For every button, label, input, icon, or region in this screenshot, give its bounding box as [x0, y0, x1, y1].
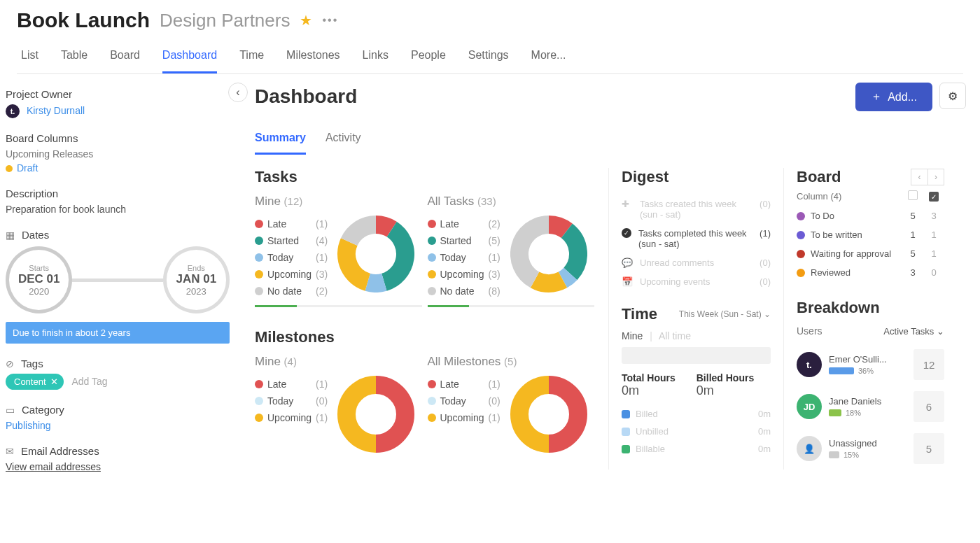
legend-dot-icon	[255, 380, 263, 388]
nav-tab-table[interactable]: Table	[61, 43, 88, 73]
nav-tab-list[interactable]: List	[21, 43, 38, 73]
digest-title: Digest	[622, 168, 771, 186]
legend-square-icon	[622, 445, 630, 453]
category-label: Category	[22, 404, 64, 416]
sidebar: Project Owner t. Kirsty Durnall Board Co…	[0, 74, 238, 543]
nav-tab-board[interactable]: Board	[110, 43, 140, 73]
star-icon[interactable]: ★	[300, 12, 312, 29]
legend-dot-icon	[255, 287, 263, 295]
board-status[interactable]: Draft	[17, 162, 38, 174]
legend-square-icon	[622, 428, 630, 436]
legend-count: (3)	[489, 269, 500, 280]
nav-tab-dashboard[interactable]: Dashboard	[162, 43, 217, 73]
category-link[interactable]: Publishing	[6, 420, 230, 431]
breakdown-row[interactable]: JD Jane Daniels 18% 6	[797, 386, 944, 428]
subtab-summary[interactable]: Summary	[255, 127, 306, 155]
legend-count: (0)	[489, 395, 500, 407]
nav-tab-links[interactable]: Links	[363, 43, 388, 73]
legend-count: (4)	[316, 235, 328, 246]
nav-tabs: ListTableBoardDashboardTimeMilestonesLin…	[17, 43, 963, 74]
legend-row: Started (5)	[428, 232, 500, 249]
legend-dot-icon	[428, 414, 436, 422]
board-row[interactable]: Waiting for approval 5 1	[797, 244, 944, 263]
owner-name[interactable]: Kirsty Durnall	[27, 105, 85, 116]
legend-dot-icon	[428, 237, 436, 245]
digest-item[interactable]: 📅Upcoming events(0)	[622, 272, 771, 291]
view-emails-link[interactable]: View email addresses	[6, 461, 230, 472]
task-count: 6	[913, 391, 944, 422]
tag-chip[interactable]: Content✕	[6, 374, 64, 390]
nav-tab-settings[interactable]: Settings	[468, 43, 509, 73]
legend-name: No date	[440, 285, 484, 297]
board-prev-button[interactable]: ‹	[911, 169, 927, 185]
tag-remove-icon[interactable]: ✕	[50, 376, 58, 387]
digest-item[interactable]: 💬Unread comments(0)	[622, 253, 771, 272]
add-tag[interactable]: Add Tag	[71, 376, 107, 387]
percent-bar	[829, 451, 839, 458]
legend-count: (0)	[316, 395, 328, 407]
sub-tabs: SummaryActivity	[255, 127, 980, 155]
progress-bar	[255, 305, 422, 307]
settings-button[interactable]: ⚙	[939, 83, 966, 109]
board-row[interactable]: To be written 1 1	[797, 225, 944, 244]
time-bar	[622, 347, 771, 364]
legend-row: Today (1)	[255, 249, 328, 266]
legend-row: Late (2)	[428, 216, 500, 232]
plus-icon: ＋	[871, 90, 882, 104]
user-name: Unassigned	[829, 438, 906, 449]
legend-row: Started (4)	[255, 232, 328, 249]
nav-tab-milestones[interactable]: Milestones	[286, 43, 340, 73]
board-row[interactable]: To Do 5 3	[797, 206, 944, 225]
breakdown-row[interactable]: t. Emer O'Sulli... 36% 12	[797, 344, 944, 386]
owner-avatar: t.	[6, 104, 20, 118]
legend-dot-icon	[255, 220, 263, 228]
time-tab-mine[interactable]: Mine	[622, 330, 643, 341]
date-start-circle[interactable]: Starts DEC 01 2020	[6, 246, 72, 313]
legend-count: (2)	[316, 285, 328, 297]
add-button[interactable]: ＋Add...	[855, 83, 932, 111]
owner-label: Project Owner	[6, 88, 230, 100]
more-icon[interactable]: •••	[322, 14, 338, 27]
digest-item[interactable]: ✓Tasks completed this week (sun - sat)(1…	[622, 224, 771, 253]
folder-icon: ▭	[6, 404, 15, 416]
calendar-icon: 📅	[622, 276, 633, 287]
milestones-title: Milestones	[255, 328, 594, 346]
legend-dot-icon	[255, 253, 263, 262]
donut-chart	[337, 376, 414, 453]
legend-count: (1)	[316, 218, 328, 230]
legend-name: Today	[267, 395, 312, 407]
nav-tab-time[interactable]: Time	[239, 43, 264, 73]
pane-title: All Milestones (5)	[428, 355, 595, 369]
legend-name: Upcoming	[267, 269, 312, 280]
digest-item[interactable]: ✚Tasks created this week (sun - sat)(0)	[622, 195, 771, 224]
legend-count: (1)	[489, 379, 500, 390]
board-columns-sub: Upcoming Releases	[6, 148, 230, 160]
time-range-select[interactable]: This Week (Sun - Sat) ⌄	[679, 309, 771, 319]
date-end-circle[interactable]: Ends JAN 01 2023	[163, 246, 230, 313]
dates-label: Dates	[22, 229, 49, 241]
plus-icon: ✚	[622, 199, 633, 209]
breakdown-select[interactable]: Active Tasks ⌄	[883, 326, 944, 337]
percent-bar	[829, 409, 841, 416]
collapse-sidebar-button[interactable]: ‹	[228, 83, 248, 102]
breakdown-row[interactable]: 👤 Unassigned 15% 5	[797, 428, 944, 470]
description-text: Preparation for book launch	[6, 204, 230, 215]
legend-name: Started	[440, 235, 484, 246]
subtab-activity[interactable]: Activity	[326, 127, 361, 155]
gear-icon: ⚙	[948, 90, 958, 103]
email-label: Email Addresses	[21, 445, 99, 457]
legend-count: (8)	[489, 285, 500, 297]
time-tab-all[interactable]: All time	[659, 330, 691, 341]
legend-dot-icon	[428, 253, 436, 262]
legend-name: No date	[267, 285, 312, 297]
pane-title: Mine (4)	[255, 355, 422, 369]
legend-count: (1)	[316, 252, 328, 263]
nav-tab-more[interactable]: More...	[531, 43, 566, 73]
donut-chart	[337, 216, 414, 292]
progress-bar	[428, 305, 595, 307]
billed-hours-label: Billed Hours	[696, 372, 754, 383]
board-next-button[interactable]: ›	[927, 169, 944, 185]
board-row[interactable]: Reviewed 3 0	[797, 263, 944, 282]
time-title: Time	[622, 305, 657, 323]
nav-tab-people[interactable]: People	[411, 43, 446, 73]
